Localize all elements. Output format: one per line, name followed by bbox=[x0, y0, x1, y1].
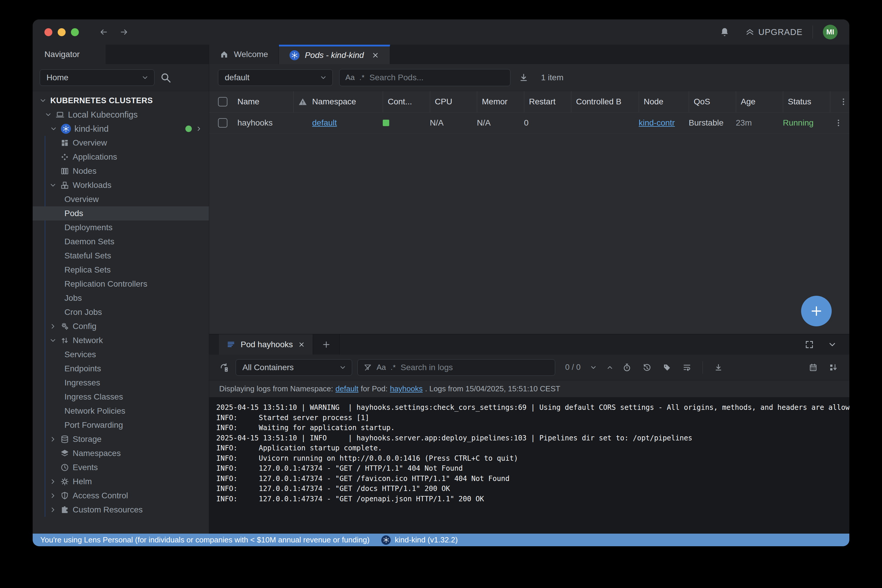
download-items-icon[interactable] bbox=[519, 73, 529, 82]
new-dock-tab-button[interactable] bbox=[313, 334, 340, 355]
column-header-cpu[interactable]: CPU bbox=[430, 91, 477, 112]
prev-match-icon[interactable] bbox=[606, 364, 614, 371]
wrap-lines-icon[interactable] bbox=[682, 363, 691, 372]
sidebar-item-events[interactable]: Events bbox=[33, 460, 209, 474]
sidebar-item-stateful-sets[interactable]: Stateful Sets bbox=[33, 249, 209, 263]
calendar-icon[interactable] bbox=[809, 363, 817, 372]
sidebar-item-network[interactable]: Network bbox=[33, 333, 209, 348]
chevron-down-icon bbox=[141, 74, 149, 81]
sidebar-item-kubernetes-clusters[interactable]: KUBERNETES CLUSTERS bbox=[33, 93, 209, 108]
column-header-name[interactable]: Name bbox=[237, 91, 293, 112]
tag-icon[interactable] bbox=[663, 363, 672, 372]
scroll-to-bottom-icon[interactable] bbox=[829, 363, 838, 372]
sidebar-item-kind-kind[interactable]: kind-kind bbox=[33, 122, 209, 136]
previous-logs-icon[interactable] bbox=[643, 363, 651, 372]
tab-pods-kind-kind[interactable]: Pods - kind-kind bbox=[279, 45, 390, 64]
column-header-cont[interactable]: Cont... bbox=[383, 91, 430, 112]
column-header-node[interactable]: Node bbox=[639, 91, 689, 112]
timestamps-toggle-icon[interactable] bbox=[622, 363, 631, 372]
dock-tab-pod-hayhooks[interactable]: Pod hayhooks bbox=[219, 334, 313, 355]
column-header-controlled-b[interactable]: Controlled B bbox=[571, 91, 639, 112]
container-cycle-icon[interactable] bbox=[219, 363, 229, 372]
sidebar-item-jobs[interactable]: Jobs bbox=[33, 291, 209, 305]
nodes-icon bbox=[60, 167, 69, 176]
sidebar-item-label: Nodes bbox=[73, 166, 96, 176]
storage-icon bbox=[60, 435, 69, 444]
upgrade-button[interactable]: UPGRADE bbox=[745, 27, 802, 37]
column-header-restart[interactable]: Restart bbox=[524, 91, 571, 112]
warning-icon bbox=[298, 98, 307, 106]
pod-namespace-link[interactable]: default bbox=[312, 118, 337, 128]
close-window-button[interactable] bbox=[44, 28, 53, 36]
column-header-age[interactable]: Age bbox=[736, 91, 783, 112]
sidebar-item-config[interactable]: Config bbox=[33, 319, 209, 333]
column-header-status[interactable]: Status bbox=[783, 91, 830, 112]
sidebar-item-services[interactable]: Services bbox=[33, 348, 209, 362]
pods-table-row[interactable]: hayhooksdefaultN/AN/A0kind-contrBurstabl… bbox=[209, 112, 849, 134]
sidebar-item-port-forwarding[interactable]: Port Forwarding bbox=[33, 418, 209, 432]
sidebar-item-helm[interactable]: Helm bbox=[33, 474, 209, 489]
namespaces-icon bbox=[60, 449, 69, 458]
log-output[interactable]: 2025-04-15 13:51:10 | WARNING | hayhooks… bbox=[209, 397, 849, 534]
search-pods-input[interactable]: Aa .* Search Pods... bbox=[339, 69, 511, 86]
sidebar-item-pods[interactable]: Pods bbox=[33, 206, 209, 220]
sidebar-item-overview[interactable]: Overview bbox=[33, 136, 209, 150]
search-logs-input[interactable]: Aa .* Search in logs bbox=[358, 359, 555, 376]
close-dock-tab-icon[interactable] bbox=[298, 341, 305, 348]
sidebar-item-daemon-sets[interactable]: Daemon Sets bbox=[33, 235, 209, 249]
regex-toggle[interactable]: .* bbox=[359, 74, 365, 82]
sidebar-item-ingresses[interactable]: Ingresses bbox=[33, 376, 209, 390]
sidebar-item-local-kubeconfigs[interactable]: Local Kubeconfigs bbox=[33, 108, 209, 122]
row-checkbox-cell bbox=[209, 112, 237, 133]
regex-toggle[interactable]: .* bbox=[391, 363, 396, 372]
pods-toolbar: default Aa .* Search Pods... 1 item bbox=[209, 64, 849, 91]
namespace-link[interactable]: default bbox=[335, 384, 358, 393]
cluster-status[interactable]: kind-kind (v1.32.2) bbox=[381, 536, 458, 545]
sidebar-item-replica-sets[interactable]: Replica Sets bbox=[33, 263, 209, 277]
back-button[interactable] bbox=[97, 26, 110, 39]
sidebar-item-overview[interactable]: Overview bbox=[33, 192, 209, 206]
scope-select[interactable]: Home bbox=[40, 69, 155, 86]
select-all-checkbox[interactable] bbox=[218, 97, 227, 106]
column-header-memor[interactable]: Memor bbox=[477, 91, 524, 112]
avatar[interactable]: MI bbox=[823, 25, 838, 39]
sidebar-item-storage[interactable]: Storage bbox=[33, 432, 209, 446]
sidebar-item-applications[interactable]: Applications bbox=[33, 150, 209, 164]
forward-button[interactable] bbox=[118, 26, 131, 39]
add-resource-fab[interactable] bbox=[801, 296, 832, 326]
sidebar-item-network-policies[interactable]: Network Policies bbox=[33, 404, 209, 418]
sidebar-item-ingress-classes[interactable]: Ingress Classes bbox=[33, 390, 209, 404]
next-match-icon[interactable] bbox=[590, 364, 597, 371]
tab-welcome[interactable]: Welcome bbox=[209, 45, 279, 64]
filter-funnel-icon[interactable] bbox=[364, 363, 372, 372]
sidebar-item-endpoints[interactable]: Endpoints bbox=[33, 362, 209, 376]
warning-column-header[interactable] bbox=[293, 91, 312, 112]
sidebar-item-nodes[interactable]: Nodes bbox=[33, 164, 209, 178]
pod-link[interactable]: hayhooks bbox=[390, 384, 422, 393]
kebab-icon[interactable] bbox=[834, 118, 843, 127]
column-header-qos[interactable]: QoS bbox=[689, 91, 736, 112]
match-case-toggle[interactable]: Aa bbox=[377, 363, 386, 372]
sidebar-item-deployments[interactable]: Deployments bbox=[33, 220, 209, 235]
sidebar-item-replication-controllers[interactable]: Replication Controllers bbox=[33, 277, 209, 291]
notifications-bell-icon[interactable] bbox=[720, 27, 730, 37]
collapse-dock-icon[interactable] bbox=[828, 340, 837, 349]
close-tab-icon[interactable] bbox=[371, 51, 379, 59]
row-checkbox[interactable] bbox=[218, 118, 227, 128]
download-logs-icon[interactable] bbox=[714, 363, 723, 372]
match-case-toggle[interactable]: Aa bbox=[346, 73, 355, 82]
sidebar-item-namespaces[interactable]: Namespaces bbox=[33, 446, 209, 460]
column-header-namespace[interactable]: Namespace bbox=[312, 91, 383, 112]
container-select[interactable]: All Containers bbox=[236, 359, 352, 376]
expand-dock-icon[interactable] bbox=[805, 340, 814, 349]
minimize-window-button[interactable] bbox=[58, 28, 66, 36]
sidebar-search-icon[interactable] bbox=[160, 72, 171, 84]
maximize-window-button[interactable] bbox=[71, 28, 79, 36]
namespace-select[interactable]: default bbox=[218, 69, 333, 86]
sidebar-item-access-control[interactable]: Access Control bbox=[33, 489, 209, 503]
sidebar-item-workloads[interactable]: Workloads bbox=[33, 178, 209, 192]
pod-node-link[interactable]: kind-contr bbox=[639, 118, 675, 128]
sidebar-item-custom-resources[interactable]: Custom Resources bbox=[33, 503, 209, 517]
tab-pods-label: Pods - kind-kind bbox=[305, 51, 364, 60]
sidebar-item-cron-jobs[interactable]: Cron Jobs bbox=[33, 305, 209, 319]
